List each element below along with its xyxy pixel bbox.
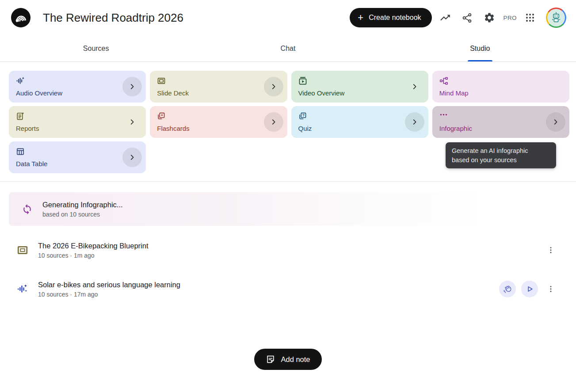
tab-sources[interactable]: Sources bbox=[0, 35, 192, 61]
node-graph-icon bbox=[439, 76, 562, 85]
output-title: The 2026 E-Bikepacking Blueprint bbox=[38, 242, 148, 250]
studio-card-slide-deck[interactable]: Slide Deck bbox=[150, 71, 287, 103]
section-divider bbox=[0, 181, 576, 182]
document-sparkle-icon bbox=[16, 112, 139, 121]
card-label: Slide Deck bbox=[157, 89, 280, 97]
notebook-title[interactable]: The Rewired Roadtrip 2026 bbox=[43, 11, 183, 25]
chevron-right-icon[interactable] bbox=[122, 77, 142, 96]
waving-hand-icon bbox=[503, 285, 512, 294]
card-label: Mind Map bbox=[439, 89, 562, 97]
generating-infographic-row[interactable]: Generating Infographic... based on 10 so… bbox=[9, 192, 477, 226]
robot-avatar-icon bbox=[549, 11, 563, 24]
more-options-button[interactable] bbox=[543, 243, 558, 258]
cards-star-icon bbox=[157, 112, 280, 121]
create-notebook-button[interactable]: + Create notebook bbox=[350, 8, 431, 27]
more-options-button[interactable] bbox=[543, 282, 558, 297]
apps-grid-icon bbox=[525, 12, 535, 23]
share-icon bbox=[462, 12, 473, 23]
generating-title: Generating Infographic... bbox=[42, 201, 123, 209]
settings-button[interactable] bbox=[481, 9, 498, 27]
play-triangle-icon bbox=[525, 285, 534, 293]
studio-card-video-overview[interactable]: Video Overview bbox=[291, 71, 428, 103]
note-icon bbox=[266, 354, 275, 364]
infographic-tooltip: Generate an AI infographic based on your… bbox=[446, 142, 556, 168]
add-note-container: Add note bbox=[0, 349, 576, 370]
studio-card-data-table[interactable]: Data Table bbox=[9, 141, 146, 173]
audio-waveform-sparkle-icon bbox=[16, 76, 139, 85]
card-label: Video Overview bbox=[298, 89, 421, 97]
card-label: Infographic bbox=[439, 125, 562, 132]
interactive-mode-button[interactable] bbox=[499, 281, 516, 297]
output-title: Solar e-bikes and serious language learn… bbox=[38, 281, 180, 289]
tab-studio[interactable]: Studio bbox=[384, 35, 576, 61]
card-label: Reports bbox=[16, 125, 139, 132]
google-apps-button[interactable] bbox=[521, 9, 539, 27]
studio-card-mind-map[interactable]: Mind Map bbox=[432, 71, 569, 103]
studio-card-quiz[interactable]: ? Quiz bbox=[291, 106, 428, 138]
chevron-right-icon[interactable] bbox=[405, 112, 424, 132]
table-grid-icon bbox=[16, 147, 139, 156]
chevron-right-icon[interactable] bbox=[546, 112, 565, 132]
studio-card-flashcards[interactable]: Flashcards bbox=[150, 106, 287, 138]
cards-question-icon: ? bbox=[298, 112, 421, 121]
video-play-icon bbox=[298, 76, 421, 85]
output-meta: 10 sources · 17m ago bbox=[38, 291, 180, 298]
card-label: Data Table bbox=[16, 160, 139, 167]
app-header: The Rewired Roadtrip 2026 + Create noteb… bbox=[0, 0, 576, 35]
studio-card-audio-overview[interactable]: Audio Overview bbox=[9, 71, 146, 103]
play-button[interactable] bbox=[521, 281, 538, 297]
add-note-button[interactable]: Add note bbox=[254, 349, 321, 370]
output-row-blueprint[interactable]: The 2026 E-Bikepacking Blueprint 10 sour… bbox=[0, 237, 576, 263]
trending-up-icon bbox=[439, 12, 451, 23]
account-avatar[interactable] bbox=[546, 8, 566, 28]
svg-text:?: ? bbox=[302, 113, 304, 118]
studio-card-infographic[interactable]: Infographic bbox=[432, 106, 569, 138]
generating-subtitle: based on 10 sources bbox=[42, 211, 123, 218]
card-label: Quiz bbox=[298, 125, 421, 132]
kebab-menu-icon bbox=[546, 285, 555, 293]
slide-frame-icon bbox=[157, 76, 280, 85]
slide-frame-icon bbox=[17, 244, 28, 256]
share-button[interactable] bbox=[458, 9, 476, 27]
chevron-right-icon[interactable] bbox=[264, 112, 283, 132]
header-actions: + Create notebook PRO bbox=[350, 8, 566, 28]
gear-icon bbox=[484, 12, 495, 23]
card-label: Audio Overview bbox=[16, 89, 139, 97]
output-row-audio[interactable]: Solar e-bikes and serious language learn… bbox=[0, 276, 576, 302]
create-notebook-label: Create notebook bbox=[369, 14, 421, 22]
plus-icon: + bbox=[358, 13, 363, 23]
audio-waveform-sparkle-icon bbox=[17, 283, 28, 295]
chevron-right-icon[interactable] bbox=[408, 77, 421, 96]
three-dots-icon bbox=[439, 112, 562, 121]
studio-card-reports[interactable]: Reports bbox=[9, 106, 146, 138]
tooltip-line-1: Generate an AI infographic bbox=[452, 146, 550, 156]
analytics-button[interactable] bbox=[436, 9, 454, 27]
main-tabs: Sources Chat Studio bbox=[0, 35, 576, 62]
sync-arrows-icon bbox=[21, 204, 33, 215]
chevron-right-icon[interactable] bbox=[264, 77, 283, 96]
kebab-menu-icon bbox=[546, 246, 555, 255]
chevron-right-icon[interactable] bbox=[126, 112, 139, 132]
output-meta: 10 sources · 1m ago bbox=[38, 252, 148, 259]
pro-badge: PRO bbox=[504, 15, 517, 21]
chevron-right-icon[interactable] bbox=[122, 148, 142, 167]
notebooklm-logo-icon[interactable] bbox=[11, 8, 31, 27]
add-note-label: Add note bbox=[281, 355, 310, 364]
card-label: Flashcards bbox=[157, 125, 280, 132]
tooltip-line-2: based on your sources bbox=[452, 156, 550, 165]
tab-chat[interactable]: Chat bbox=[192, 35, 384, 61]
